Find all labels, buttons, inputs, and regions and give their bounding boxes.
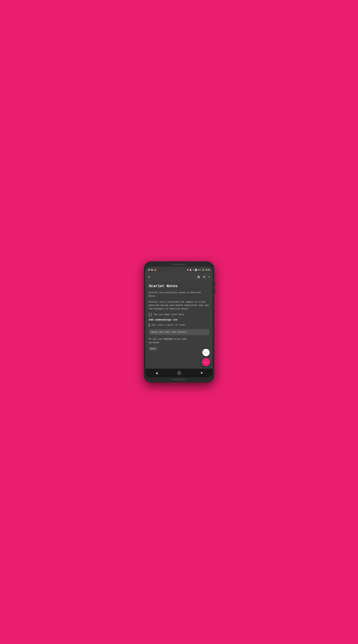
status-right-icons: ✱ ⏰ ▼ ▉ 62% 🔋 12:25 <box>187 269 210 271</box>
toolbar-left: ✕ <box>148 276 150 278</box>
top-notch <box>172 264 186 265</box>
home-button[interactable] <box>178 372 181 374</box>
recents-button[interactable]: ■ <box>201 372 202 374</box>
md-bold: totally <box>163 338 172 340</box>
top-bar <box>146 264 212 265</box>
more-dots-icon: ••• <box>204 351 208 354</box>
clock: 12:25 <box>205 269 210 271</box>
code-block: Maybe add some code blocks? <box>149 329 209 335</box>
blockquote: hey, even a quote it seems <box>149 323 209 327</box>
md-middle: can <box>157 338 163 340</box>
content-area: Scarlet Notes Scarlet was previously kno… <box>146 282 212 368</box>
signal-icon: ▉ <box>195 269 196 271</box>
blockquote-text: hey, even a quote it seems <box>152 323 186 327</box>
copy-button[interactable]: ⧉ <box>203 276 205 278</box>
bottom-notch <box>172 379 186 380</box>
edit-fab-button[interactable]: ✏ <box>202 358 210 366</box>
delete-button[interactable]: 🗑 <box>197 276 200 278</box>
md-italic: you <box>153 338 156 340</box>
checklist-item: You can make lists here <box>149 313 209 316</box>
checklist-text: You can make lists here <box>154 313 184 316</box>
blockquote-bar <box>149 323 150 327</box>
close-button[interactable]: ✕ <box>148 276 150 278</box>
phone-frame: W 🖼 🦊 ✱ ⏰ ▼ ▉ 62% 🔋 12:25 ✕ 🗑 ⧉ ⬆ <box>144 261 214 383</box>
status-icon-photo: 🖼 <box>151 269 153 271</box>
note-para-2: Scarlet still continues the legacy of cr… <box>149 300 209 311</box>
status-bar: W 🖼 🦊 ✱ ⏰ ▼ ▉ 62% 🔋 12:25 <box>146 267 212 273</box>
edit-icon: ✏ <box>205 360 207 364</box>
note-title: Scarlet Notes <box>149 284 209 288</box>
app-toolbar: ✕ 🗑 ⧉ ⬆ <box>146 273 212 282</box>
status-left-icons: W 🖼 🦊 <box>148 269 156 271</box>
battery-level: 62% <box>198 269 201 271</box>
fab-container: ••• ✏ <box>202 349 210 366</box>
volume-down-button[interactable] <box>214 288 215 294</box>
wifi-icon: ▼ <box>192 269 194 271</box>
phone-screen: W 🖼 🦊 ✱ ⏰ ▼ ▉ 62% 🔋 12:25 ✕ 🗑 ⧉ ⬆ <box>146 267 212 377</box>
status-icon-browser: 🦊 <box>154 269 156 271</box>
bluetooth-icon: ✱ <box>187 269 188 271</box>
more-fab-button[interactable]: ••• <box>202 349 210 356</box>
note-para-1: Scarlet was previously known as Material… <box>149 291 209 298</box>
markdown-para: Oh you can totally write somemarkdown <box>149 338 209 344</box>
toolbar-right: 🗑 ⧉ ⬆ <box>197 276 210 278</box>
back-button[interactable]: ◀ <box>156 371 158 375</box>
battery-icon: 🔋 <box>202 269 204 271</box>
subheading: Add subheadings too <box>149 318 209 321</box>
status-icon-wmark: W <box>148 269 150 271</box>
volume-up-button[interactable] <box>214 282 215 286</box>
alarm-icon: ⏰ <box>190 269 192 271</box>
bottom-bar <box>146 379 212 380</box>
checkbox[interactable] <box>149 313 152 316</box>
about-chip[interactable]: About <box>149 347 157 350</box>
nav-bar: ◀ ■ <box>146 368 212 377</box>
share-button[interactable]: ⬆ <box>208 276 210 278</box>
md-prefix: Oh <box>149 338 153 340</box>
